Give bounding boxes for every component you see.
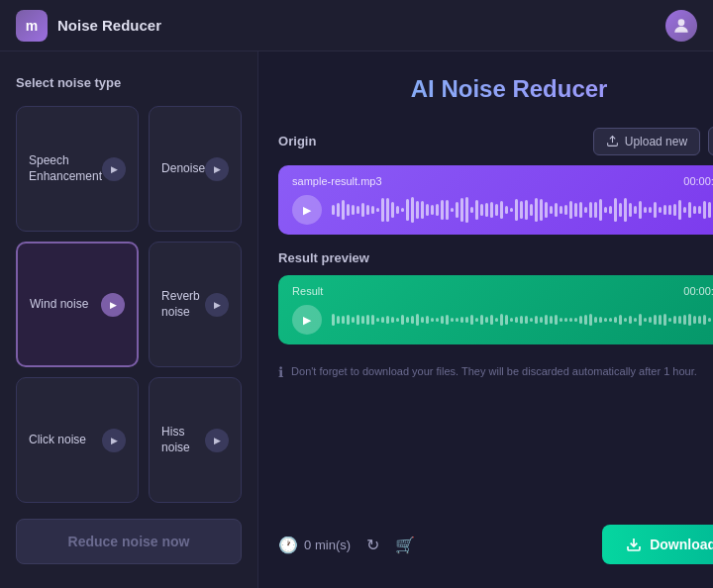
origin-player-top: sample-result.mp3 00:00:12 (292, 175, 713, 187)
noise-item-denoise[interactable]: Denoise ▶ (149, 106, 242, 232)
noise-label-hiss: Hiss noise (161, 425, 205, 455)
noise-type-title: Select noise type (16, 75, 242, 90)
origin-filename: sample-result.mp3 (292, 175, 381, 187)
play-denoise-btn[interactable]: ▶ (205, 157, 229, 181)
origin-play-button[interactable]: ▶ (292, 195, 322, 225)
svg-point-0 (678, 19, 685, 26)
noise-label-reverb: Reverb noise (161, 289, 205, 320)
upload-new-button[interactable]: Upload new (593, 128, 700, 155)
origin-duration: 00:00:12 (683, 175, 713, 187)
download-icon (626, 537, 642, 552)
header-left: m Noise Reducer (16, 10, 161, 42)
result-play-button[interactable]: ▶ (292, 305, 322, 335)
noise-item-wind[interactable]: Wind noise ▶ (16, 242, 139, 367)
cart-icon-btn[interactable]: 🛒 (395, 536, 415, 554)
page-title: AI Noise Reducer (278, 75, 713, 103)
play-hiss-btn[interactable]: ▶ (205, 429, 229, 452)
play-wind-btn[interactable]: ▶ (101, 293, 125, 317)
origin-player: sample-result.mp3 00:00:12 ▶ (278, 165, 713, 235)
origin-waveform (332, 195, 713, 225)
play-speech-btn[interactable]: ▶ (102, 157, 126, 181)
footer: 🕐 0 min(s) ↻ 🛒 Download (278, 513, 713, 564)
origin-section-header: Origin Upload new (278, 127, 713, 155)
upload-icon (606, 135, 619, 147)
disclaimer-text: Don't forget to download your files. The… (291, 364, 697, 379)
play-click-btn[interactable]: ▶ (102, 429, 126, 452)
avatar[interactable] (665, 10, 697, 42)
noise-item-hiss[interactable]: Hiss noise ▶ (149, 377, 242, 503)
cart-icon: 🛒 (395, 536, 415, 554)
noise-label-denoise: Denoise (161, 161, 205, 177)
result-player-top: Result 00:00:00 (292, 285, 713, 297)
delete-button[interactable] (708, 127, 713, 155)
main-content: Select noise type Speech Enhancement ▶ D… (0, 51, 713, 588)
right-panel: AI Noise Reducer Origin Upload new (258, 51, 713, 588)
noise-grid: Speech Enhancement ▶ Denoise ▶ Wind nois… (16, 106, 242, 503)
refresh-icon: ↻ (366, 536, 379, 554)
result-duration: 00:00:00 (683, 285, 713, 297)
left-panel: Select noise type Speech Enhancement ▶ D… (0, 51, 258, 588)
result-preview-label: Result preview (278, 250, 369, 265)
time-label: 0 min(s) (304, 538, 351, 552)
footer-left: 🕐 0 min(s) ↻ 🛒 (278, 536, 415, 554)
clock-icon: 🕐 (278, 536, 298, 554)
noise-item-speech[interactable]: Speech Enhancement ▶ (16, 106, 139, 232)
result-waveform (332, 305, 713, 335)
app-logo: m (16, 10, 48, 42)
result-section-header: Result preview (278, 250, 713, 265)
origin-controls: ▶ (292, 195, 713, 225)
app-title: Noise Reducer (57, 17, 161, 34)
disclaimer: ℹ Don't forget to download your files. T… (278, 364, 713, 380)
origin-label: Origin (278, 134, 316, 148)
refresh-icon-btn[interactable]: ↻ (366, 536, 379, 554)
result-controls: ▶ (292, 305, 713, 335)
noise-label-speech: Speech Enhancement (29, 153, 102, 184)
download-button[interactable]: Download (602, 525, 713, 564)
play-reverb-btn[interactable]: ▶ (205, 293, 229, 317)
info-icon: ℹ (278, 364, 283, 380)
result-track-label: Result (292, 285, 323, 297)
origin-actions: Upload new (593, 127, 713, 155)
noise-item-reverb[interactable]: Reverb noise ▶ (149, 242, 242, 367)
noise-item-click[interactable]: Click noise ▶ (16, 377, 139, 503)
noise-label-wind: Wind noise (30, 297, 88, 313)
reduce-noise-button[interactable]: Reduce noise now (16, 519, 242, 564)
result-player: Result 00:00:00 ▶ (278, 275, 713, 344)
app-header: m Noise Reducer (0, 0, 713, 51)
noise-label-click: Click noise (29, 433, 86, 448)
time-indicator: 🕐 0 min(s) (278, 536, 351, 554)
